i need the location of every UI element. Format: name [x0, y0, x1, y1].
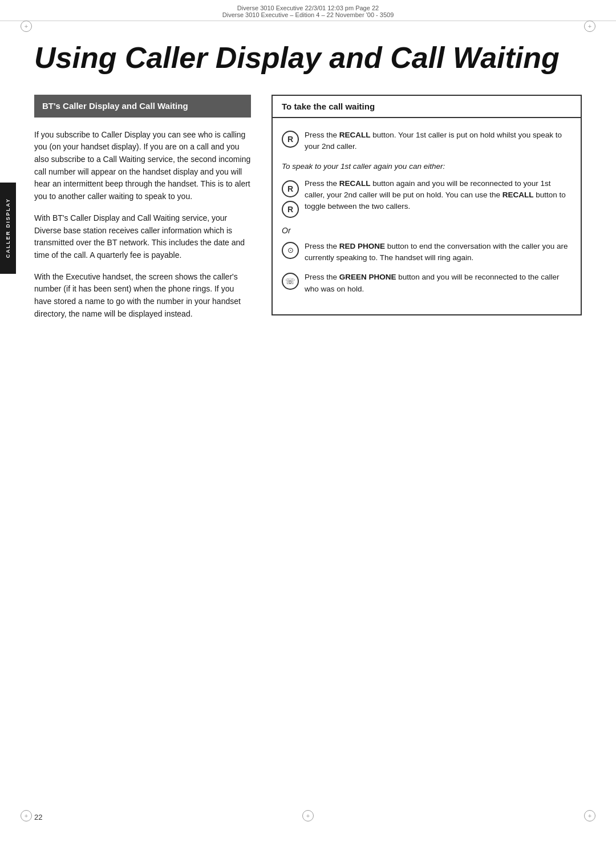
right-column: To take the call waiting R Press the REC… [271, 95, 582, 315]
step-red-phone-text: Press the RED PHONE button to end the co… [305, 241, 572, 264]
recall-icon-3: R [282, 201, 299, 218]
header-line1: Diverse 3010 Executive 22/3/01 12:03 pm … [237, 5, 379, 11]
step-red-phone: ⊙ Press the RED PHONE button to end the … [282, 241, 572, 264]
main-content: Using Caller Display and Call Waiting BT… [0, 21, 616, 363]
reg-mark-center-bottom [302, 810, 314, 821]
section-header: BT's Caller Display and Call Waiting [34, 95, 251, 118]
recall-icon-1: R [282, 131, 299, 148]
step-green-phone: ☏ Press the GREEN PHONE button and you w… [282, 272, 572, 295]
header-line2: Diverse 3010 Executive – Edition 4 – 22 … [222, 11, 394, 18]
right-col-header: To take the call waiting [273, 96, 581, 118]
reg-mark-tl [21, 21, 32, 32]
italic-note: To speak to your 1st caller again you ca… [282, 161, 572, 172]
left-para-2: With BT's Caller Display and Call Waitin… [34, 212, 251, 262]
two-col-layout: BT's Caller Display and Call Waiting If … [34, 95, 582, 329]
step-recall-1: R Press the RECALL button. Your 1st call… [282, 129, 572, 153]
page: Diverse 3010 Executive 22/3/01 12:03 pm … [0, 0, 616, 842]
left-para-3: With the Executive handset, the screen s… [34, 271, 251, 321]
step-green-phone-text: Press the GREEN PHONE button and you wil… [305, 272, 572, 295]
step-recall-1-text: Press the RECALL button. Your 1st caller… [305, 129, 572, 153]
r-symbol-2: R [287, 184, 293, 193]
red-phone-icon: ⊙ [282, 242, 299, 259]
toggle-text: Press the RECALL button again and you wi… [305, 178, 572, 218]
recall-icon-2: R [282, 180, 299, 197]
page-title: Using Caller Display and Call Waiting [34, 42, 582, 74]
green-phone-icon: ☏ [282, 273, 299, 290]
right-col-body: R Press the RECALL button. Your 1st call… [273, 118, 581, 314]
r-icons-stack: R R [282, 179, 299, 218]
or-text: Or [282, 226, 572, 235]
red-phone-symbol: ⊙ [287, 246, 294, 254]
left-para-1: If you subscribe to Caller Display you c… [34, 129, 251, 203]
reg-mark-bl [21, 810, 32, 821]
r-symbol-1: R [287, 135, 293, 144]
left-tab-label: CALLER DISPLAY [5, 198, 11, 258]
reg-mark-br [584, 810, 595, 821]
left-column: BT's Caller Display and Call Waiting If … [34, 95, 251, 329]
toggle-pair: R R Press the RECALL button again and yo… [282, 178, 572, 218]
reg-mark-tr [584, 21, 595, 32]
green-phone-symbol: ☏ [285, 277, 295, 286]
page-number: 22 [34, 813, 42, 821]
left-tab: CALLER DISPLAY [0, 183, 16, 274]
header-strip: Diverse 3010 Executive 22/3/01 12:03 pm … [0, 0, 616, 21]
r-symbol-3: R [287, 205, 293, 214]
